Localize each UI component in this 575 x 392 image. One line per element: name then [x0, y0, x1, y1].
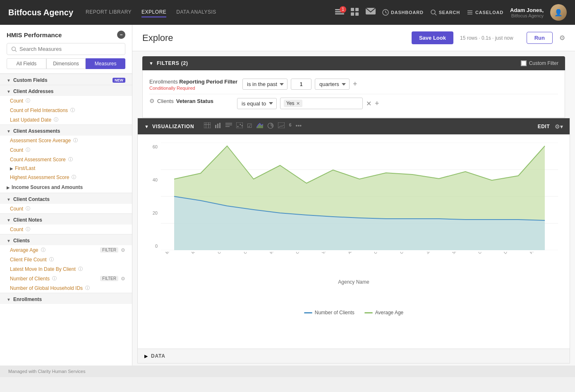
nav-data-analysis[interactable]: DATA ANALYSIS: [176, 7, 216, 17]
info-icon: ⓘ: [26, 147, 30, 153]
list-item[interactable]: Count ⓘ: [0, 96, 132, 105]
filter-operator-select[interactable]: is in the past: [242, 79, 288, 90]
svg-point-29: [242, 125, 243, 127]
legend-item-age: Average Age: [364, 310, 404, 316]
gear-icon[interactable]: ⚙: [121, 247, 125, 253]
remove-filter-button[interactable]: ✕: [366, 100, 371, 108]
section-enrollments[interactable]: ▼ Enrollments: [0, 293, 132, 304]
collapse-arrow: ▼: [149, 61, 153, 66]
gear-icon[interactable]: ⚙: [121, 276, 125, 282]
edit-button[interactable]: EDIT: [538, 124, 550, 129]
nav-right: 1 DASHBOARD: [335, 4, 567, 21]
list-item[interactable]: Number of Clients ⓘ FILTER ⚙: [0, 274, 132, 283]
data-panel-header[interactable]: ▶ DATA: [138, 349, 570, 363]
filter-tabs: All Fields Dimensions Measures: [7, 58, 125, 69]
list-item[interactable]: Assessment Score Average ⓘ: [0, 136, 132, 145]
svg-rect-6: [355, 12, 359, 16]
add-filter-button[interactable]: +: [375, 99, 379, 108]
viz-panel-header[interactable]: ▼ VISUALIZATION: [138, 118, 570, 134]
y-label-60: 60: [146, 144, 158, 149]
search-input[interactable]: [19, 46, 121, 52]
gear-icon[interactable]: ⚙: [149, 98, 155, 104]
section-client-contacts[interactable]: ▼ Client Contacts: [0, 193, 132, 204]
section-client-addresses[interactable]: ▼ Client Addresses: [0, 85, 132, 96]
list-icon[interactable]: [225, 122, 232, 130]
section-custom-fields[interactable]: ▼ Custom Fields NEW: [0, 74, 132, 85]
caseload-button[interactable]: CASELOAD: [467, 9, 503, 16]
save-look-button[interactable]: Save Look: [412, 31, 453, 44]
filter-button[interactable]: FILTER: [100, 247, 118, 253]
checkbox-icon[interactable]: ☑: [247, 122, 252, 130]
list-item[interactable]: ▶ First/Last: [0, 164, 132, 172]
brand-name: Bitfocus Agency: [8, 8, 73, 17]
section-income-sources[interactable]: ▶ Income Sources and Amounts: [0, 182, 132, 193]
x-label: Veteran's Resource Center: [321, 252, 341, 255]
svg-rect-16: [204, 122, 211, 128]
notifications-button[interactable]: 1: [335, 8, 344, 17]
section-arrow: ▼: [7, 89, 11, 94]
collapse-arrow: ▶: [144, 354, 148, 359]
nav-explore[interactable]: EXPLORE: [141, 7, 166, 17]
search-nav-button[interactable]: SEARCH: [430, 9, 460, 16]
nav-report-library[interactable]: REPORT LIBRARY: [86, 7, 132, 17]
table-icon[interactable]: [204, 122, 211, 130]
svg-rect-20: [215, 125, 216, 128]
custom-filter-checkbox[interactable]: [521, 60, 527, 66]
list-item[interactable]: Count of Field Interactions ⓘ: [0, 105, 132, 115]
list-item[interactable]: Latest Move In Date By Client ⓘ: [0, 264, 132, 274]
list-item[interactable]: Count ⓘ: [0, 225, 132, 234]
chart-area-wrapper: 60 40 20 0: [146, 143, 561, 250]
map-icon[interactable]: [278, 122, 285, 130]
area-chart-icon[interactable]: [256, 122, 263, 130]
section-client-notes[interactable]: ▼ Client Notes: [0, 213, 132, 225]
section-arrow: ▼: [7, 218, 11, 222]
page-title: Explore: [142, 33, 405, 43]
messages-button[interactable]: [366, 8, 376, 17]
dashboard-button[interactable]: DASHBOARD: [382, 9, 424, 16]
filters-panel-header[interactable]: ▼ FILTERS (2) Custom Filter: [142, 56, 565, 70]
remove-tag-button[interactable]: ✕: [296, 101, 300, 106]
pie-icon[interactable]: [267, 122, 274, 130]
filter-operator-select[interactable]: is equal to: [237, 98, 277, 109]
list-item[interactable]: Count Assessment Score ⓘ: [0, 155, 132, 164]
info-icon: ⓘ: [49, 256, 54, 263]
x-label: Cleveland Connections: [477, 252, 498, 255]
add-filter-button[interactable]: +: [353, 80, 357, 88]
search-icon: [11, 46, 17, 52]
scatter-icon[interactable]: [236, 122, 243, 130]
list-item[interactable]: Last Updated Date ⓘ: [0, 115, 132, 124]
legend-color: [364, 312, 373, 313]
footer-text: Managed with Clarity Human Services: [8, 369, 85, 374]
filter-controls: is in the past quarters +: [242, 79, 558, 90]
filter-tab-measures[interactable]: Measures: [86, 58, 125, 69]
tag-input[interactable]: Yes ✕: [280, 98, 363, 109]
list-item[interactable]: Count ⓘ: [0, 145, 132, 155]
filter-value-input[interactable]: [291, 79, 311, 90]
list-item[interactable]: Number of Global Household IDs ⓘ: [0, 283, 132, 293]
run-button[interactable]: Run: [527, 32, 553, 44]
list-item[interactable]: Client File Count ⓘ: [0, 255, 132, 264]
filter-period-select[interactable]: quarters: [315, 79, 350, 90]
grid-button[interactable]: [351, 8, 359, 17]
filter-tab-all-fields[interactable]: All Fields: [7, 58, 46, 69]
filter-button[interactable]: FILTER: [100, 276, 118, 281]
svg-rect-2: [335, 13, 344, 14]
section-arrow: ▼: [7, 129, 11, 134]
legend-color: [304, 312, 312, 313]
section-clients[interactable]: ▼ Clients: [0, 234, 132, 245]
section-client-assessments[interactable]: ▼ Client Assessments: [0, 124, 132, 136]
more-icon[interactable]: •••: [296, 122, 302, 130]
x-label: Division of Public and Be...: [503, 252, 523, 255]
settings-icon[interactable]: ⚙: [559, 34, 565, 42]
viz-settings-icon[interactable]: ⚙▾: [555, 123, 563, 130]
custom-filter-toggle[interactable]: Custom Filter: [521, 60, 558, 66]
section-arrow: ▼: [7, 297, 11, 302]
filter-tab-dimensions[interactable]: Dimensions: [46, 58, 86, 69]
x-label: Alibaba Homeless Coaliti...: [347, 252, 367, 255]
bar-chart-icon[interactable]: [215, 122, 221, 130]
list-item[interactable]: Average Age ⓘ FILTER ⚙: [0, 245, 132, 255]
list-item[interactable]: Highest Assessment Score ⓘ: [0, 172, 132, 182]
list-item[interactable]: Count ⓘ: [0, 204, 132, 213]
number-icon[interactable]: 6: [289, 122, 291, 130]
sidebar-collapse-button[interactable]: −: [117, 31, 125, 39]
